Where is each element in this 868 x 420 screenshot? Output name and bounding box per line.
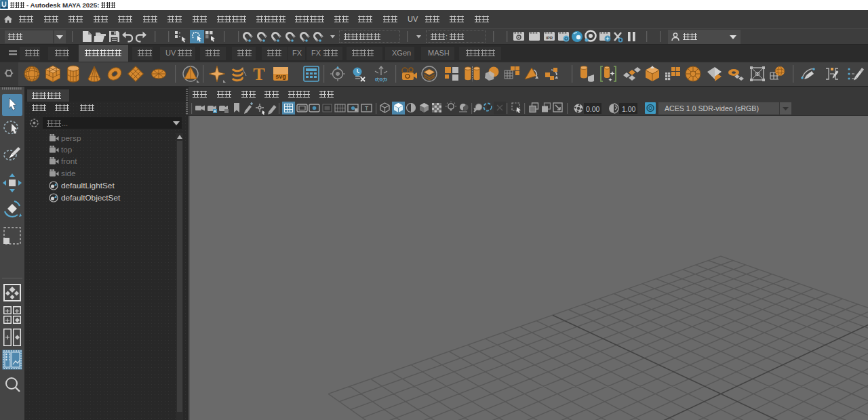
svg-text:T: T — [365, 105, 368, 112]
